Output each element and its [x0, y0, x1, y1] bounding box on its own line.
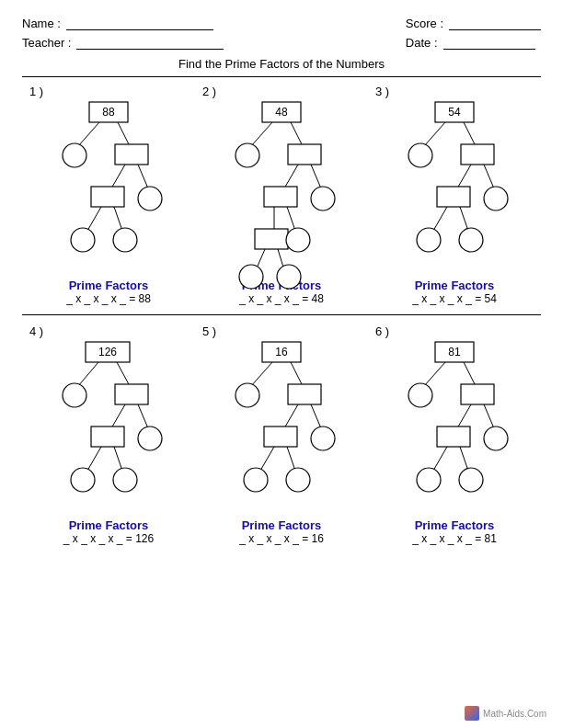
svg-point-12: [71, 228, 95, 252]
date-row: Date :: [406, 36, 541, 50]
svg-line-38: [457, 165, 471, 188]
watermark-icon: [465, 706, 479, 721]
svg-rect-68: [264, 427, 297, 447]
problem-5: 5 ) 16 Pr: [195, 321, 368, 549]
problems-grid: 1 ) 88: [22, 81, 541, 549]
tree-3: 54: [395, 100, 514, 275]
problem-4-equation: _ x _ x _ x _ = 126: [63, 532, 154, 545]
problem-4-pf-label: Prime Factors: [69, 518, 149, 532]
svg-line-76: [424, 362, 445, 386]
svg-rect-65: [288, 384, 321, 404]
problem-1-equation: _ x _ x _ x _ = 88: [66, 292, 151, 305]
svg-rect-22: [264, 187, 297, 207]
svg-text:16: 16: [275, 346, 288, 358]
svg-line-48: [78, 362, 98, 386]
svg-rect-8: [91, 187, 124, 207]
problem-3-pf-label: Prime Factors: [415, 279, 495, 292]
svg-point-18: [236, 143, 259, 167]
svg-line-11: [114, 207, 122, 231]
tree-1-svg: 88: [49, 100, 168, 275]
svg-line-70: [260, 447, 274, 471]
tree-4: 126: [49, 340, 168, 515]
svg-line-17: [291, 122, 303, 146]
svg-line-16: [251, 122, 272, 146]
svg-line-7: [138, 165, 148, 188]
problem-3: 3 ) 54 Pr: [368, 81, 541, 309]
svg-line-81: [484, 404, 494, 428]
svg-line-56: [87, 447, 101, 471]
middle-divider: [22, 314, 541, 315]
svg-point-23: [311, 187, 335, 210]
svg-line-67: [311, 404, 321, 428]
svg-line-77: [464, 362, 476, 386]
svg-rect-37: [461, 144, 494, 165]
svg-point-27: [286, 228, 310, 252]
svg-line-85: [460, 447, 468, 471]
svg-text:81: 81: [448, 346, 461, 358]
svg-point-55: [138, 427, 162, 450]
problem-6-label: 6 ): [375, 324, 389, 338]
svg-line-10: [87, 207, 101, 231]
svg-point-13: [113, 228, 137, 252]
teacher-row: Teacher :: [22, 36, 224, 50]
svg-point-50: [63, 383, 86, 407]
svg-point-30: [239, 265, 263, 289]
svg-line-20: [284, 165, 298, 188]
date-label: Date :: [406, 36, 438, 50]
date-field[interactable]: [443, 37, 535, 50]
problem-3-equation: _ x _ x _ x _ = 54: [412, 292, 497, 305]
svg-line-3: [118, 122, 130, 146]
svg-line-43: [460, 207, 468, 231]
svg-point-64: [236, 383, 259, 407]
teacher-label: Teacher :: [22, 36, 71, 50]
problem-5-equation: _ x _ x _ x _ = 16: [239, 532, 324, 545]
svg-rect-82: [437, 427, 470, 447]
tree-2-svg: 48: [222, 100, 341, 293]
svg-line-2: [78, 122, 99, 146]
problem-6-pf-label: Prime Factors: [415, 518, 495, 532]
svg-line-39: [484, 165, 494, 188]
svg-point-73: [286, 468, 310, 492]
teacher-field[interactable]: [76, 37, 224, 50]
svg-text:54: 54: [448, 106, 461, 119]
svg-line-57: [114, 447, 122, 471]
name-label: Name :: [22, 17, 61, 30]
svg-line-71: [287, 447, 295, 471]
problem-4-label: 4 ): [29, 324, 43, 338]
svg-line-25: [287, 207, 295, 231]
svg-rect-51: [115, 384, 148, 404]
svg-line-49: [117, 362, 130, 386]
svg-point-4: [63, 143, 86, 167]
svg-point-69: [311, 427, 335, 450]
svg-point-45: [459, 228, 483, 252]
svg-point-58: [71, 468, 95, 492]
svg-point-41: [484, 187, 508, 210]
tree-1: 88: [49, 100, 168, 275]
problem-3-label: 3 ): [375, 85, 389, 98]
svg-text:88: 88: [102, 106, 115, 119]
svg-line-66: [284, 404, 298, 428]
svg-point-72: [244, 468, 268, 492]
svg-text:48: 48: [275, 106, 288, 119]
svg-line-21: [311, 165, 321, 188]
svg-line-42: [433, 207, 447, 231]
name-row: Name :: [22, 17, 224, 30]
svg-point-44: [417, 228, 441, 252]
name-field[interactable]: [66, 17, 213, 30]
svg-point-36: [408, 143, 432, 167]
svg-point-31: [277, 265, 301, 289]
svg-point-87: [459, 468, 483, 492]
problem-6-equation: _ x _ x _ x _ = 81: [412, 532, 497, 545]
problem-2-label: 2 ): [202, 85, 216, 98]
svg-line-35: [464, 122, 476, 146]
problem-5-label: 5 ): [202, 324, 216, 338]
svg-line-63: [291, 362, 303, 386]
header: Name : Teacher : Score : Date :: [22, 17, 541, 50]
tree-5: 16: [222, 340, 341, 515]
svg-point-59: [113, 468, 137, 492]
svg-text:126: 126: [98, 346, 117, 358]
score-field[interactable]: [449, 17, 541, 30]
svg-point-86: [417, 468, 441, 492]
problem-1-pf-label: Prime Factors: [69, 279, 149, 292]
problem-2-equation: _ x _ x _ x _ = 48: [239, 292, 324, 305]
